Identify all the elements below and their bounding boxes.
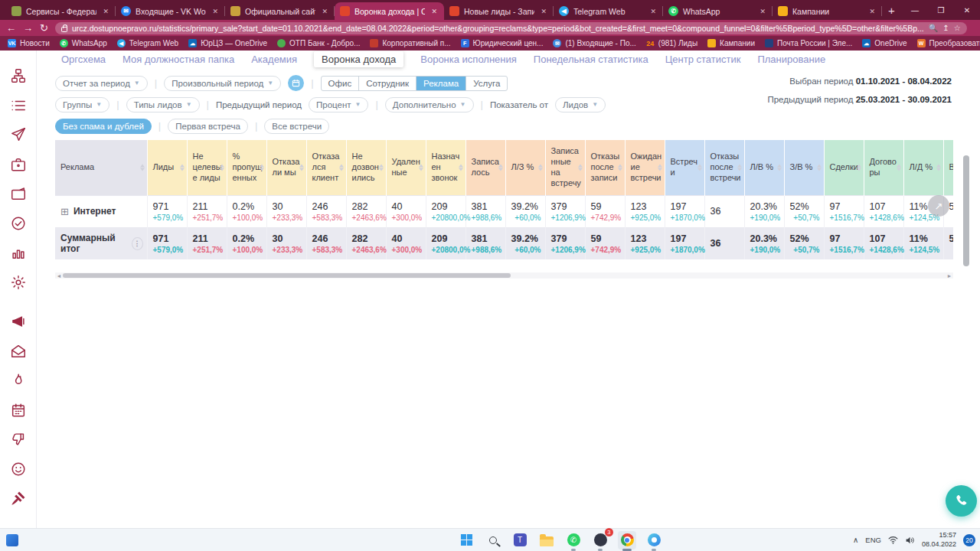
check-circle-icon[interactable]	[10, 215, 27, 232]
column-header[interactable]: Ожидание встречи	[625, 140, 665, 195]
bookmark-item[interactable]: ☁OneDrive	[862, 39, 906, 47]
address-bar[interactable]: urcz.dostupnoepravo.ru/statistics/primar…	[55, 22, 967, 34]
browser-tab[interactable]: Кампании✕	[773, 2, 882, 20]
tab-close-icon[interactable]: ✕	[430, 6, 439, 17]
scroll-left-arrow[interactable]: ◄	[55, 273, 63, 279]
report-period-dropdown[interactable]: Отчет за период▼	[55, 76, 148, 91]
photos-icon[interactable]	[645, 531, 663, 549]
column-header[interactable]: Л/В %	[744, 140, 784, 195]
nav-item-link[interactable]: Оргсхема	[61, 54, 106, 65]
org-chart-icon[interactable]	[10, 67, 27, 84]
column-header[interactable]: Л/З %	[505, 140, 545, 195]
grouping-tab-услуга[interactable]: Услуга	[466, 77, 507, 90]
tab-close-icon[interactable]: ✕	[320, 6, 329, 17]
callback-button[interactable]	[946, 485, 977, 517]
nav-item-link[interactable]: Воронка исполнения	[420, 54, 517, 65]
grouping-tab-реклама[interactable]: Реклама	[416, 77, 466, 90]
calendar-button[interactable]	[288, 75, 304, 91]
column-header[interactable]: Отказали мы	[266, 140, 306, 195]
row-menu-kebab-icon[interactable]: ⋮	[132, 237, 143, 250]
column-header[interactable]: % пропущенных	[227, 140, 266, 195]
browser-tab[interactable]: Официальный сайт | Арби✕	[225, 2, 335, 20]
column-header[interactable]: Записалось	[466, 140, 505, 195]
column-header[interactable]: Отказался клиент	[306, 140, 346, 195]
nav-item-link[interactable]: Планирование	[757, 54, 825, 65]
tab-close-icon[interactable]: ✕	[539, 6, 548, 17]
bookmark-item[interactable]: ☁ЮрЦЗ — OneDrive	[188, 39, 267, 47]
column-header-reklama[interactable]: Реклама	[55, 140, 147, 195]
bookmark-item[interactable]: Кампании	[707, 39, 755, 47]
grouping-tab-офис[interactable]: Офис	[322, 77, 360, 90]
tray-chevron-icon[interactable]: ∧	[853, 536, 858, 544]
reload-button[interactable]: ↻	[40, 23, 48, 33]
whatsapp-icon[interactable]: ✆	[564, 531, 583, 549]
expand-row-icon[interactable]: ⊞	[60, 206, 69, 217]
bookmark-item[interactable]: ✆WhatsApp	[60, 39, 107, 47]
bookmark-item[interactable]: Корпоративный п...	[370, 39, 450, 47]
bookmark-item[interactable]: FЮридический цен...	[461, 39, 544, 47]
new-tab-button[interactable]: +	[888, 4, 895, 17]
bar-chart-icon[interactable]	[10, 244, 27, 261]
calendar-icon[interactable]	[10, 402, 27, 419]
bookmark-item[interactable]: ✉(1) Входящие - По...	[553, 39, 635, 47]
lead-types-dropdown[interactable]: Типы лидов▼	[126, 97, 200, 112]
url-text[interactable]: urcz.dostupnoepravo.ru/statistics/primar…	[72, 24, 924, 33]
browser-tab[interactable]: ✆WhatsApp✕	[663, 2, 773, 20]
hscroll-thumb[interactable]	[63, 273, 511, 278]
column-header[interactable]: Записанные на встречу	[545, 140, 585, 195]
expand-table-button[interactable]: ↗	[928, 195, 949, 217]
minimize-button[interactable]: —	[902, 6, 928, 15]
column-header[interactable]: Не целевые лиды	[187, 140, 227, 195]
search-icon[interactable]	[484, 531, 502, 549]
notification-count-badge[interactable]: 20	[963, 534, 975, 546]
megaphone-icon[interactable]	[10, 313, 27, 330]
custom-period-dropdown[interactable]: Произвольный период▼	[164, 76, 281, 91]
nav-item-link[interactable]: Моя должностная папка	[122, 54, 234, 65]
teams-icon[interactable]	[511, 531, 529, 549]
briefcase-icon[interactable]	[10, 156, 27, 173]
column-header[interactable]: Л/Д %	[903, 140, 943, 195]
bookmark-item[interactable]: Почта России | Эле...	[765, 39, 852, 47]
thumbs-down-icon[interactable]	[10, 431, 27, 448]
back-button[interactable]: ←	[6, 23, 16, 33]
envelope-open-icon[interactable]	[10, 343, 27, 360]
smiley-icon[interactable]	[10, 461, 27, 478]
wifi-icon[interactable]	[888, 536, 898, 544]
browser-tab[interactable]: Новые лиды - Записанны✕	[444, 2, 554, 20]
gavel-icon[interactable]	[10, 490, 27, 507]
column-header[interactable]: Удаленные	[386, 140, 426, 195]
wallet-icon[interactable]	[10, 185, 27, 202]
column-header[interactable]: З/В %	[784, 140, 824, 195]
taskbar-widget-icon[interactable]	[6, 534, 18, 546]
close-button[interactable]: ✕	[954, 6, 980, 15]
list-icon[interactable]	[10, 97, 27, 114]
column-header[interactable]: Отказы после встречи	[704, 140, 744, 195]
column-header[interactable]: Сделки	[824, 140, 864, 195]
nav-item-active[interactable]: Воронка дохода	[314, 51, 403, 67]
indicator-from-dropdown[interactable]: Лидов▼	[555, 97, 606, 112]
column-header[interactable]: В/Д %	[943, 140, 953, 195]
additional-dropdown[interactable]: Дополнительно▼	[385, 97, 474, 112]
chrome-icon[interactable]	[618, 531, 636, 549]
nav-item-link[interactable]: Центр статистик	[665, 54, 741, 65]
flame-icon[interactable]	[10, 372, 27, 389]
forward-button[interactable]: →	[23, 23, 33, 33]
spam-filter-toggle[interactable]: Без спама и дублей	[55, 119, 152, 134]
zoom-icon[interactable]: 🔍	[929, 24, 938, 32]
browser-tab[interactable]: Сервисы - Федеральная с✕	[6, 2, 116, 20]
tab-close-icon[interactable]: ✕	[101, 6, 110, 17]
crm-app-icon[interactable]: 3	[591, 531, 609, 549]
percent-dropdown[interactable]: Процент▼	[309, 97, 368, 112]
clock[interactable]: 15:57 08.04.2022	[922, 531, 956, 549]
explorer-icon[interactable]	[537, 531, 556, 549]
column-header[interactable]: Не дозвонились	[346, 140, 386, 195]
share-icon[interactable]: ↥	[942, 24, 949, 32]
paper-plane-icon[interactable]	[10, 126, 27, 143]
browser-tab[interactable]: Воронка дохода | CRM✕	[335, 2, 444, 20]
tab-close-icon[interactable]: ✕	[648, 6, 658, 17]
language-indicator[interactable]: ENG	[865, 536, 881, 544]
volume-icon[interactable]	[905, 536, 915, 545]
tab-close-icon[interactable]: ✕	[211, 6, 220, 17]
start-icon[interactable]	[457, 531, 475, 549]
horizontal-scrollbar[interactable]: ◄ ►	[55, 272, 953, 279]
